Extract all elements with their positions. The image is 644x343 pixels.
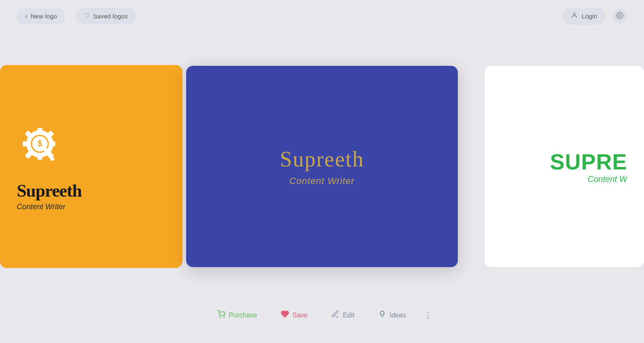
saved-logos-button[interactable]: ♡ Saved logos xyxy=(75,8,136,24)
saved-logos-label: Saved logos xyxy=(93,13,128,20)
svg-point-0 xyxy=(573,13,576,16)
cards-area: $ Supreeth Content Writer Supreeth Conte… xyxy=(0,32,644,301)
svg-point-1 xyxy=(619,14,621,16)
card-left-name: Supreeth xyxy=(17,181,82,201)
svg-text:$: $ xyxy=(37,139,42,148)
card-center-content: Supreeth Content Writer xyxy=(280,147,364,187)
gear-magnifier-icon: $ xyxy=(17,122,67,174)
logo-card-right[interactable]: SUPRE Content W xyxy=(485,66,644,267)
cart-icon xyxy=(217,310,226,320)
card-right-inner: SUPRE Content W xyxy=(550,149,627,184)
ideas-button[interactable]: Ideas xyxy=(369,305,415,325)
save-heart-icon xyxy=(280,310,289,320)
purchase-button[interactable]: Purchase xyxy=(208,305,267,325)
save-button[interactable]: Save xyxy=(271,305,317,325)
more-dots-icon: ⋮ xyxy=(424,311,432,320)
heart-icon: ♡ xyxy=(84,12,90,20)
nav-left: ‹ New logo ♡ Saved logos xyxy=(17,8,136,24)
svg-point-17 xyxy=(223,317,224,318)
more-options-button[interactable]: ⋮ xyxy=(420,307,436,323)
back-icon: ‹ xyxy=(25,13,27,20)
navbar: ‹ New logo ♡ Saved logos Login xyxy=(0,0,644,32)
user-icon xyxy=(571,12,578,21)
settings-button[interactable] xyxy=(612,9,627,24)
purchase-label: Purchase xyxy=(229,312,257,319)
card-center-subtitle: Content Writer xyxy=(280,176,364,187)
ideas-label: Ideas xyxy=(390,312,406,319)
edit-button[interactable]: Edit xyxy=(322,305,364,325)
settings-icon xyxy=(616,12,623,21)
logo-card-center[interactable]: Supreeth Content Writer xyxy=(186,66,458,267)
logo-card-left[interactable]: $ Supreeth Content Writer xyxy=(0,65,182,268)
ideas-bulb-icon xyxy=(378,310,386,320)
login-label: Login xyxy=(582,13,597,20)
card-center-name: Supreeth xyxy=(280,147,364,172)
card-left-subtitle: Content Writer xyxy=(17,203,65,211)
edit-label: Edit xyxy=(343,312,355,319)
card-right-name: SUPRE xyxy=(550,149,627,174)
new-logo-label: New logo xyxy=(31,13,57,20)
edit-icon xyxy=(331,310,340,320)
action-bar: Purchase Save Edit Ideas ⋮ xyxy=(208,305,436,325)
card-right-subtitle: Content W xyxy=(588,174,627,184)
login-button[interactable]: Login xyxy=(562,8,605,25)
new-logo-button[interactable]: ‹ New logo xyxy=(17,8,65,24)
nav-right: Login xyxy=(562,8,627,25)
save-label: Save xyxy=(292,312,307,319)
svg-point-16 xyxy=(220,317,221,318)
